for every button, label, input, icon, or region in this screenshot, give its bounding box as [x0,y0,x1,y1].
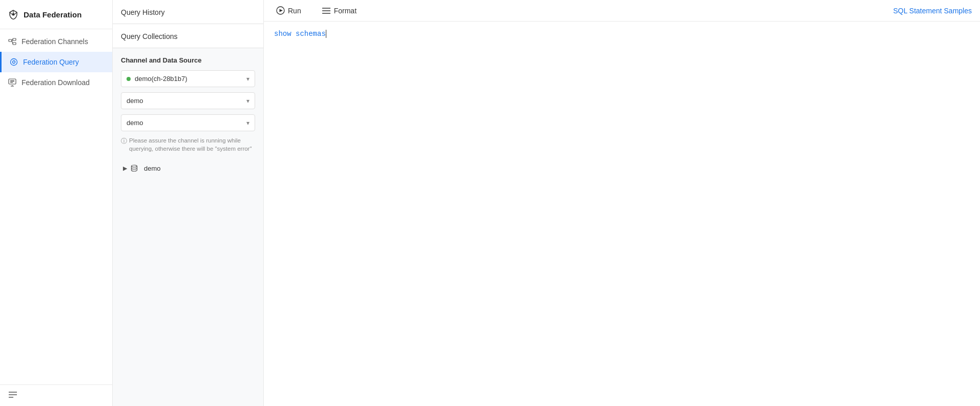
sidebar-item-federation-download[interactable]: Federation Download [0,72,112,93]
channel-dropdown-value: demo(ch-28b1b7) [135,75,187,83]
warning-icon: ⓘ [121,137,127,146]
sidebar-item-federation-channels[interactable]: Federation Channels [0,31,112,52]
sidebar-item-federation-query[interactable]: Federation Query [0,52,112,72]
text-cursor [326,30,326,38]
main-editor-area: Run Format SQL Statement Samples show sc… [264,0,980,406]
database-icon [130,164,141,172]
data-federation-icon [8,9,18,19]
svg-point-10 [13,61,15,64]
app-title: Data Federation [24,10,81,19]
federation-channels-icon [8,37,16,46]
channel-datasource-section: Channel and Data Source demo(ch-28b1b7) … [113,48,263,179]
format-label: Format [334,7,357,15]
tree-arrow-icon: ▶ [123,165,127,172]
table-dropdown-chevron: ▾ [246,119,249,127]
table-dropdown[interactable]: demo ▾ [121,114,255,131]
svg-line-8 [12,40,13,44]
sidebar-header: Data Federation [0,0,112,29]
sidebar-nav: Federation Channels Federation Query [0,29,112,384]
svg-point-20 [132,165,137,167]
run-button[interactable]: Run [272,4,305,17]
channel-status-dot [127,77,131,81]
sidebar: Data Federation Federation Channels [0,0,113,406]
tree-item-demo[interactable]: ▶ demo [121,161,255,175]
run-label: Run [288,7,301,15]
format-button[interactable]: Format [318,5,361,17]
schema-dropdown-chevron: ▾ [246,97,249,105]
query-collections-tab[interactable]: Query Collections [113,24,263,48]
run-icon [276,6,285,15]
svg-point-0 [12,13,15,16]
federation-download-icon [8,78,16,87]
editor-area[interactable]: show schemas [264,22,980,406]
format-icon [322,7,331,14]
sidebar-item-label-download: Federation Download [22,78,90,87]
sidebar-item-label-channels: Federation Channels [22,37,88,46]
channel-dropdown-chevron: ▾ [246,75,249,83]
sidebar-collapse-button[interactable] [0,384,112,406]
editor-content: show schemas [274,30,326,38]
table-dropdown-value: demo [127,119,143,127]
query-history-tab[interactable]: Query History [113,0,263,24]
svg-rect-4 [9,39,12,42]
svg-marker-22 [280,9,283,12]
sql-samples-link[interactable]: SQL Statement Samples [893,7,972,15]
svg-point-9 [11,59,17,66]
schema-dropdown[interactable]: demo ▾ [121,92,255,109]
federation-query-icon [10,58,18,66]
schema-dropdown-value: demo [127,97,143,105]
svg-rect-6 [13,43,16,45]
warning-message: ⓘ Please assure the channel is running w… [121,136,255,153]
tree-item-label: demo [144,165,161,172]
channel-dropdown[interactable]: demo(ch-28b1b7) ▾ [121,70,255,87]
section-title: Channel and Data Source [121,56,255,64]
toolbar: Run Format SQL Statement Samples [264,0,980,22]
middle-panel: Query History Query Collections Channel … [113,0,264,406]
sidebar-item-label-query: Federation Query [23,58,79,66]
svg-rect-5 [13,38,16,40]
